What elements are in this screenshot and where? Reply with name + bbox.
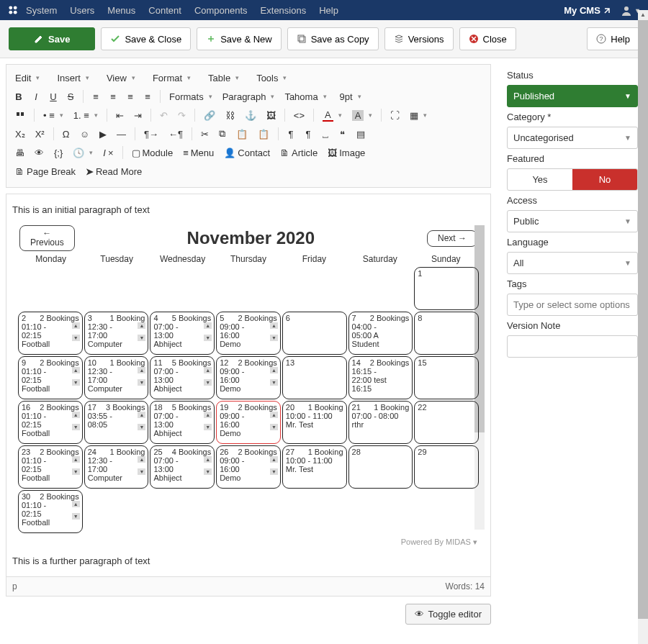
calendar-cell[interactable]: 262 Bookings09:00 -16:00Demo▲▼ <box>216 445 281 489</box>
calendar-cell[interactable]: 15 <box>414 356 479 399</box>
calendar-cell[interactable]: 28 <box>348 445 413 489</box>
preview-button[interactable]: 👁 <box>30 144 48 161</box>
element-path[interactable]: p <box>12 581 17 591</box>
image-button[interactable]: 🖼 <box>262 106 280 124</box>
paragraph[interactable]: This is an initial paragraph of text <box>12 204 485 215</box>
unlink-button[interactable]: ⛓ <box>221 106 239 124</box>
hr-button[interactable]: — <box>112 125 130 142</box>
number-list-button[interactable]: 1. ≡ <box>69 106 102 124</box>
media-button[interactable]: ▶ <box>95 125 111 142</box>
editor-menu-format[interactable]: Format <box>148 69 195 86</box>
calendar-cell[interactable]: 6 <box>282 312 347 355</box>
codesample-button[interactable]: {;} <box>50 144 67 161</box>
editor-menu-view[interactable]: View <box>102 69 140 86</box>
calendar-cell[interactable]: 22 <box>414 401 479 444</box>
admin-menu-users[interactable]: Users <box>70 5 94 16</box>
underline-button[interactable]: U <box>45 88 61 105</box>
calendar-cell[interactable]: 1 <box>414 267 479 310</box>
versions-button[interactable]: Versions <box>384 27 454 50</box>
align-justify-button[interactable]: ≡ <box>140 88 156 105</box>
undo-button[interactable]: ↶ <box>156 106 172 124</box>
calendar-cell[interactable]: 192 Bookings09:00 -16:00Demo▲▼ <box>216 401 281 444</box>
show-blocks-button[interactable]: ¶ <box>283 125 299 142</box>
editor-content[interactable]: This is an initial paragraph of text ←Pr… <box>6 194 491 577</box>
special-char-button[interactable]: Ω <box>58 125 74 142</box>
save-close-button[interactable]: Save & Close <box>101 27 191 50</box>
version-note-input[interactable] <box>507 335 638 358</box>
nonbreaking-button[interactable]: ⎵ <box>318 125 333 142</box>
admin-menu-help[interactable]: Help <box>319 5 338 16</box>
calendar-cell[interactable]: 13 <box>282 356 347 399</box>
calendar-cell[interactable]: 92 Bookings01:10 -02:15Football▲▼ <box>18 356 83 399</box>
save-copy-button[interactable]: Save as Copy <box>287 27 379 50</box>
show-invisible-button[interactable]: ¶ <box>300 125 316 142</box>
save-button[interactable]: Save <box>9 27 95 50</box>
calendar-cell[interactable]: 254 Bookings07:00 -13:00Abhiject▲▼ <box>150 445 215 489</box>
calendar-next-button[interactable]: Next → <box>427 230 477 247</box>
block-select[interactable]: Paragraph <box>218 88 279 105</box>
calendar-prev-button[interactable]: ←Previous <box>19 225 75 251</box>
midas-link[interactable]: MIDAS <box>446 538 471 546</box>
admin-menu-extensions[interactable]: Extensions <box>261 5 307 16</box>
admin-menu-menus[interactable]: Menus <box>107 5 135 16</box>
align-center-button[interactable]: ≡ <box>105 88 121 105</box>
admin-menu-content[interactable]: Content <box>148 5 181 16</box>
article-button[interactable]: 🗎 Article <box>276 144 322 161</box>
bg-color-button[interactable]: A <box>348 106 377 124</box>
print-button[interactable]: 🖶 <box>11 144 29 161</box>
featured-yes[interactable]: Yes <box>508 169 572 190</box>
code-button[interactable]: <> <box>289 106 309 124</box>
module-button[interactable]: ▢ Module <box>127 144 178 161</box>
paste-button[interactable]: 📋 <box>232 125 252 142</box>
calendar-cell[interactable]: 302 Bookings01:10 -02:15Football▲▼ <box>18 490 83 533</box>
emoticon-button[interactable]: ☺ <box>76 125 94 142</box>
calendar-cell[interactable]: 52 Bookings09:00 -16:00Demo▲▼ <box>216 312 281 355</box>
editor-menu-tools[interactable]: Tools <box>252 69 291 86</box>
calendar-cell[interactable]: 201 Booking10:00 - 11:00Mr. Test <box>282 401 347 444</box>
access-select[interactable]: Public▼ <box>507 210 638 232</box>
calendar-cell[interactable]: 45 Bookings07:00 -13:00Abhiject▲▼ <box>150 312 215 355</box>
calendar-cell[interactable]: 271 Booking10:00 - 11:00Mr. Test <box>282 445 347 489</box>
admin-menu-components[interactable]: Components <box>194 5 248 16</box>
close-button[interactable]: Close <box>459 27 516 50</box>
calendar-cell[interactable]: 72 Bookings04:00 -05:00 AStudent <box>348 312 413 355</box>
copy-button[interactable]: ⧉ <box>215 125 230 142</box>
save-new-button[interactable]: ＋Save & New <box>197 27 282 50</box>
ltr-button[interactable]: ¶→ <box>140 125 163 142</box>
calendar-cell[interactable]: 115 Bookings07:00 -13:00Abhiject▲▼ <box>150 356 215 399</box>
admin-menu-system[interactable]: System <box>26 5 57 16</box>
calendar-cell[interactable]: 122 Bookings09:00 -16:00Demo▲▼ <box>216 356 281 399</box>
calendar-cell[interactable]: 31 Booking12:30 -17:00Computer▲▼ <box>84 312 149 355</box>
italic-button[interactable]: I <box>28 88 44 105</box>
page-scrollbar[interactable]: ▲ <box>638 20 648 632</box>
featured-no[interactable]: No <box>572 169 637 190</box>
calendar-cell[interactable]: 162 Bookings01:10 -02:15Football▲▼ <box>18 401 83 444</box>
align-right-button[interactable]: ≡ <box>122 88 138 105</box>
editor-menu-insert[interactable]: Insert <box>53 69 94 86</box>
featured-toggle[interactable]: YesNo <box>507 168 638 191</box>
calendar-cell[interactable]: 142 Bookings16:15 -22:00 test16:15 <box>348 356 413 399</box>
table-button[interactable]: ▦ <box>405 106 431 124</box>
cut-button[interactable]: ✂ <box>197 125 213 142</box>
calendar-cell[interactable]: 173 Bookings03:55 -08:05▲▼ <box>84 401 149 444</box>
clear-format-button[interactable]: I× <box>99 144 117 161</box>
tags-input[interactable] <box>507 294 638 316</box>
paste-text-button[interactable]: 📋 <box>253 125 274 142</box>
calendar-cell[interactable]: 211 Booking07:00 - 08:00rthr <box>348 401 413 444</box>
formats-select[interactable]: Formats <box>165 88 217 105</box>
strike-button[interactable]: S <box>63 88 78 105</box>
align-left-button[interactable]: ≡ <box>88 88 104 105</box>
category-select[interactable]: Uncategorised▼ <box>507 127 638 149</box>
image-insert-button[interactable]: 🖼 Image <box>323 144 369 161</box>
text-color-button[interactable]: A <box>318 106 346 124</box>
toggle-editor-button[interactable]: 👁Toggle editor <box>405 604 491 625</box>
calendar-cell[interactable]: 241 Booking12:30 -17:00Computer▲▼ <box>84 445 149 489</box>
link-button[interactable]: 🔗 <box>199 106 220 124</box>
editor-menu-table[interactable]: Table <box>204 69 243 86</box>
site-link[interactable]: My CMS <box>564 5 611 16</box>
subscript-button[interactable]: X₂ <box>11 125 30 142</box>
fontsize-select[interactable]: 9pt <box>333 88 369 105</box>
bullet-list-button[interactable]: • ≡ <box>39 106 68 124</box>
pagebreak-button[interactable]: 🗎 Page Break <box>11 163 80 180</box>
editor-menu-edit[interactable]: Edit <box>11 69 44 86</box>
